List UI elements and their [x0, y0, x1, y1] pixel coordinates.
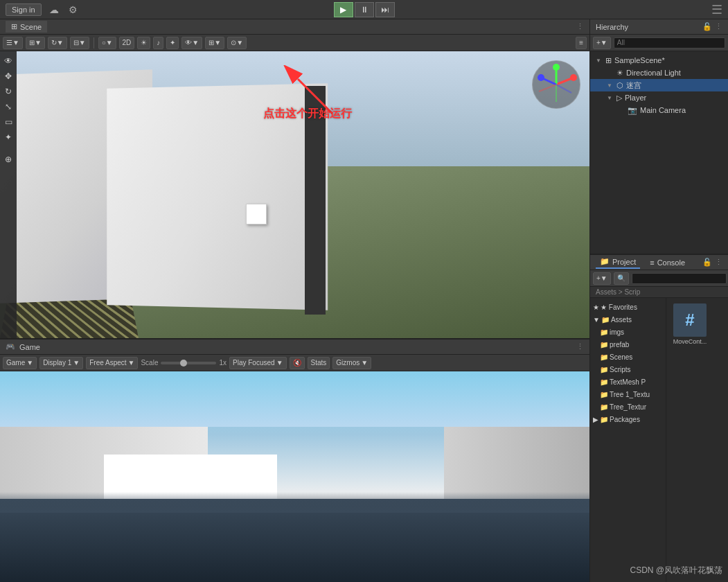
unity-logo-icon: ⚙: [66, 3, 80, 17]
project-tree-prefab[interactable]: 📁 prefab: [590, 338, 666, 351]
scene-tool-transform[interactable]: ✦: [1, 130, 15, 144]
project-assets: # MoveCont...: [666, 298, 728, 582]
hierarchy-label: Hierarchy: [596, 23, 628, 31]
scene-tool-rect[interactable]: ▭: [1, 115, 15, 129]
scene-light-btn[interactable]: ☀: [137, 37, 150, 49]
favorites-label: ★ Favorites: [601, 303, 637, 311]
project-packages[interactable]: ▶ 📁 Packages: [590, 413, 666, 425]
left-panels: ⊞ Scene ⋮ ☰▼ ⊞▼ ↻▼ ⊟▼ ○▼ 2D ☀ ♪ ✦ 👁▼ ⊞▼ …: [0, 19, 589, 582]
scene-tool-move[interactable]: ⊞▼: [26, 37, 45, 49]
play-focused-label: Play Focused: [233, 359, 275, 367]
assets-root-label: Assets: [611, 316, 632, 324]
scene-dark-wall: [305, 86, 326, 315]
hierarchy-tree: ▼ ⊞ SampleScene* ☀ Directional Light ▼ ⬡…: [590, 51, 728, 254]
scene-tool-scale2[interactable]: ⤡: [1, 100, 15, 114]
scene-small-cube: [246, 204, 267, 224]
aspect-dropdown[interactable]: Free Aspect ▼: [86, 357, 138, 369]
scene-gizmos-btn[interactable]: ⊙▼: [227, 37, 247, 49]
project-toolbar: +▼ 🔍 ⊞ ⊟ ⊡: [590, 270, 728, 287]
scene-tool-rotate[interactable]: ↻▼: [48, 37, 67, 49]
tree-item-main-camera[interactable]: 📷 Main Camera: [590, 104, 728, 116]
step-button[interactable]: ⏭: [375, 2, 395, 17]
scale-slider-track[interactable]: [161, 362, 216, 364]
scene-fx-btn[interactable]: ✦: [166, 37, 179, 49]
aspect-arrow-icon: ▼: [128, 359, 135, 367]
display-arrow-icon: ▼: [73, 359, 80, 367]
game-dropdown[interactable]: Game ▼: [3, 357, 37, 369]
scale-value: 1x: [219, 359, 227, 367]
project-tree-scripts[interactable]: 📁 Scripts: [590, 363, 666, 376]
scene-panel-options[interactable]: ⋮: [576, 22, 584, 31]
textmesh-label: TextMesh P: [610, 378, 646, 386]
hierarchy-add-btn[interactable]: +▼: [593, 37, 611, 49]
project-search-input[interactable]: [632, 273, 727, 284]
scene-tool-move2[interactable]: ✥: [1, 69, 15, 83]
console-tab-label: Console: [657, 258, 685, 267]
scene-audio-btn[interactable]: ♪: [153, 37, 163, 49]
project-tree-treetex[interactable]: 📁 Tree_Textur: [590, 400, 666, 413]
play-focused-arrow-icon: ▼: [276, 359, 283, 367]
scene-panel: ⊞ Scene ⋮ ☰▼ ⊞▼ ↻▼ ⊟▼ ○▼ 2D ☀ ♪ ✦ 👁▼ ⊞▼ …: [0, 19, 589, 340]
textmesh-icon: 📁: [600, 378, 608, 386]
scene-2d-btn[interactable]: 2D: [119, 37, 135, 49]
scene-more-btn[interactable]: ≡: [576, 37, 587, 49]
display-label: Display 1: [43, 359, 71, 367]
scene-tool-rotate2[interactable]: ↻: [1, 85, 15, 98]
project-tab[interactable]: 📁 Project: [596, 256, 640, 269]
watermark: CSDN @风吹落叶花飘荡: [630, 565, 722, 576]
project-tree-tree1[interactable]: 📁 Tree 1_Textu: [590, 388, 666, 400]
svg-line-6: [539, 85, 556, 91]
scene-shading-btn[interactable]: ○▼: [98, 37, 116, 49]
project-tree: ★ ★ Favorites ▼ 📁 Assets 📁 imgs: [590, 298, 666, 582]
scene-grid-btn[interactable]: ⊞▼: [205, 37, 224, 49]
play-focused-dropdown[interactable]: Play Focused ▼: [229, 357, 287, 369]
project-tree-scenes[interactable]: 📁 Scenes: [590, 351, 666, 363]
hierarchy-search-input[interactable]: [614, 37, 725, 48]
project-tree-textmesh[interactable]: 📁 TextMesh P: [590, 376, 666, 388]
mute-button[interactable]: 🔇: [290, 357, 305, 369]
scene-tool-view[interactable]: 👁: [1, 54, 15, 68]
tree-item-scene[interactable]: ▼ ⊞ SampleScene*: [590, 54, 728, 67]
scale-slider-thumb: [180, 360, 187, 367]
stats-toggle[interactable]: Stats: [308, 357, 330, 369]
project-search-btn[interactable]: 🔍: [614, 272, 629, 285]
sign-in-button[interactable]: Sign in: [6, 3, 42, 16]
svg-point-1: [570, 74, 577, 81]
tree-item-directional-light[interactable]: ☀ Directional Light: [590, 67, 728, 79]
scene-tool-extra[interactable]: ⊕: [1, 152, 15, 166]
right-panel: Hierarchy 🔓 ⋮ +▼ ▼ ⊞ SampleScene*: [589, 19, 728, 582]
project-tree-imgs[interactable]: 📁 imgs: [590, 326, 666, 338]
scene-tool-scale[interactable]: ⊟▼: [70, 37, 89, 49]
scene-tab-label: Scene: [20, 23, 42, 31]
console-tab[interactable]: ≡ Console: [646, 257, 689, 268]
console-icon: ≡: [650, 258, 654, 267]
scale-control: Scale 1x: [141, 359, 227, 367]
scripts-label: Scripts: [610, 366, 631, 373]
scene-hidden-btn[interactable]: 👁▼: [181, 37, 202, 49]
scene-left-toolbar: 👁 ✥ ↻ ⤡ ▭ ✦ ⊕: [0, 51, 17, 338]
scene-building-center: [107, 83, 328, 310]
asset-item-movecont[interactable]: # MoveCont...: [669, 301, 711, 348]
top-bar-right: ☰: [711, 2, 722, 17]
dir-light-icon: ☀: [616, 69, 623, 78]
play-button[interactable]: ▶: [334, 2, 353, 17]
tree-item-player[interactable]: ▼ ▷ Player: [590, 91, 728, 104]
project-panel: 📁 Project ≡ Console 🔓 ⋮ +▼ 🔍 ⊞ ⊟: [590, 255, 728, 582]
toolbar-sep-1: [94, 37, 94, 48]
expand-icon-3: ▼: [607, 82, 614, 89]
project-favorites[interactable]: ★ ★ Favorites: [590, 301, 666, 313]
display-dropdown[interactable]: Display 1 ▼: [39, 357, 83, 369]
project-add-btn[interactable]: +▼: [593, 272, 611, 285]
hierarchy-options[interactable]: ⋮: [715, 22, 722, 31]
pause-button[interactable]: ⏸: [355, 2, 374, 17]
project-options[interactable]: ⋮: [715, 258, 722, 267]
project-assets-root[interactable]: ▼ 📁 Assets: [590, 313, 666, 326]
gizmos-dropdown[interactable]: Gizmos ▼: [332, 357, 371, 369]
scene-gizmo-circle: [532, 60, 580, 109]
scene-tab[interactable]: ⊞ Scene: [6, 21, 47, 33]
game-panel-options[interactable]: ⋮: [576, 342, 584, 351]
scene-tool-hand[interactable]: ☰▼: [3, 37, 23, 49]
game-tab-label[interactable]: Game: [19, 343, 40, 351]
tree-item-maze[interactable]: ▼ ⬡ 迷宫: [590, 79, 728, 91]
svg-line-8: [556, 85, 571, 93]
